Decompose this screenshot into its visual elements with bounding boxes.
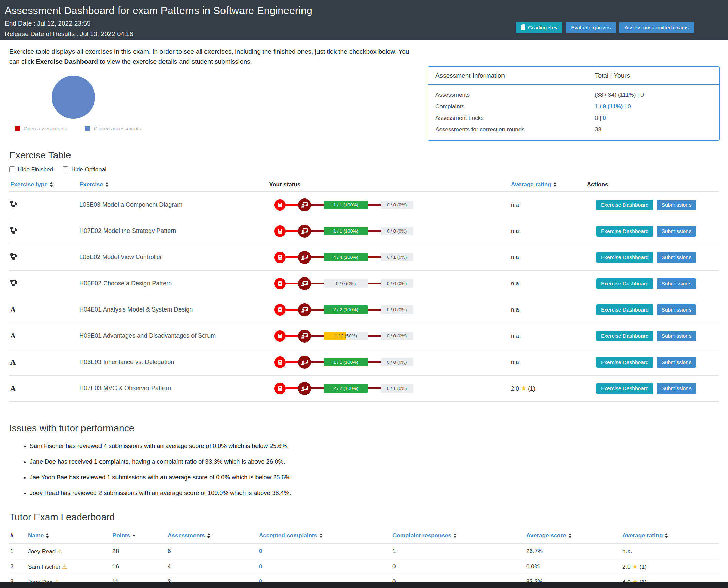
your-status-header: Your status [269,181,511,188]
book-icon [274,278,286,289]
chalkboard-user-icon [298,356,311,369]
status-connector [286,230,298,232]
book-icon [274,252,286,263]
grading-key-button[interactable]: Grading Key [516,22,562,33]
assess-unsubmitted-button[interactable]: Assess unsubmitted exams [619,22,694,33]
exercise-name: L05E02 Model View Controller [79,254,269,261]
complaint-progress-bar: 0 / 0 (0%) [381,332,413,340]
status-connector [286,361,298,363]
legend-closed-assessments[interactable]: Closed assessments [85,126,141,131]
assessment-progress-bar: 1 / 1 (100%) [324,227,368,235]
submissions-button[interactable]: Submissions [657,304,696,315]
table-row: A H04E01 Analysis Model & System Design … [9,297,719,323]
status-connector [311,309,324,311]
accepted-complaints-link[interactable]: 0 [259,563,262,570]
average-rating-value: 2.0 ★ (1) [622,562,719,570]
sort-points[interactable]: Points [112,532,168,539]
assessment-progress-bar: 0 / 0 (0%) [324,279,368,288]
assessment-progress-bar: 1 / 1 (100%) [324,201,368,209]
exercise-dashboard-button[interactable]: Exercise Dashboard [596,357,653,368]
sort-average-rating[interactable]: Average rating [622,532,719,539]
submissions-button[interactable]: Submissions [657,252,696,263]
average-rating-value: n.a. ★ [622,548,719,555]
sort-average-rating[interactable]: Average rating [511,181,587,188]
average-rating-value: n.a. ★ [511,359,587,366]
sort-assessments[interactable]: Assessments [168,532,259,539]
complaint-progress-bar: 0 / 0 (0%) [381,305,413,314]
chalkboard-user-icon [298,277,311,290]
exercise-dashboard-button[interactable]: Exercise Dashboard [596,304,653,315]
issue-item: Sam Fischer has reviewed 4 submissions w… [30,443,719,450]
submissions-button[interactable]: Submissions [657,200,696,210]
sort-accepted-complaints[interactable]: Accepted complaints [259,532,392,539]
assessment-info-columns: Total | Yours [595,72,712,79]
info-row-correction-rounds: Assessments for correction rounds 38 [435,124,712,136]
locks-yours-link[interactable]: 0 [603,115,606,121]
row-actions: Exercise Dashboard Submissions [587,226,719,237]
rank-header: # [9,532,28,539]
complaints-link[interactable]: 1 / 9 (11%) [595,103,623,110]
status-connector [311,204,324,206]
exercise-name: H07E02 Model the Strategy Pattern [79,227,269,235]
exercise-dashboard-button[interactable]: Exercise Dashboard [596,226,653,237]
info-row-assessments: Assessments (38 / 34) (111%) | 0 [435,89,712,101]
sort-exercise[interactable]: Exercise [79,181,269,188]
exercise-name: H04E01 Analysis Model & System Design [79,306,269,313]
sort-name[interactable]: Name [28,532,112,539]
exercise-status: 2 / 2 (100%) 0 / 1 (0%) [269,382,511,395]
book-icon [274,383,286,394]
accepted-complaints-link[interactable]: 0 [259,548,262,554]
clipboard-icon [521,25,525,30]
row-actions: Exercise Dashboard Submissions [587,200,719,210]
sort-icon [319,533,323,538]
open-assessments-swatch [15,126,20,131]
submissions-button[interactable]: Submissions [657,226,696,237]
exercise-dashboard-button[interactable]: Exercise Dashboard [596,383,653,394]
book-icon [274,304,286,316]
hide-optional-input[interactable] [63,166,68,172]
complaint-progress-bar: 0 / 0 (0%) [381,358,413,366]
rank: 1 [9,548,28,555]
exercise-type-icon: A [10,305,16,314]
hide-finished-checkbox[interactable]: Hide Finished [9,166,53,173]
leaderboard-header: # Name Points Assessments Accepted compl… [9,532,719,544]
chalkboard-user-icon [298,251,311,264]
sort-exercise-type[interactable]: Exercise type [9,181,79,188]
hide-optional-checkbox[interactable]: Hide Optional [63,166,106,173]
status-connector [368,361,381,363]
leaderboard-row: 2 Sam Fischer⚠ 16 4 0 0 0.0% 2.0 ★ (1) [9,559,719,574]
legend-open-assessments[interactable]: Open assessments [15,126,67,131]
sort-complaint-responses[interactable]: Complaint responses [392,532,526,539]
status-connector [311,361,324,363]
submissions-button[interactable]: Submissions [657,383,696,394]
chalkboard-user-icon [298,382,311,395]
submissions-button[interactable]: Submissions [657,331,696,341]
chalkboard-user-icon [298,303,311,316]
exercise-dashboard-button[interactable]: Exercise Dashboard [596,200,653,210]
exercise-dashboard-button[interactable]: Exercise Dashboard [596,278,653,289]
table-row: A H06E02 Choose a Design Pattern 0 / 0 (… [9,271,719,297]
evaluate-quizzes-button[interactable]: Evaluate quizzes [566,22,616,33]
tutor-name: Sam Fischer⚠ [28,563,112,570]
sort-average-score[interactable]: Average score [526,532,622,539]
sort-desc-icon [132,535,136,537]
exercise-dashboard-button[interactable]: Exercise Dashboard [596,252,653,263]
exercise-name: H06E02 Choose a Design Pattern [79,280,269,287]
hide-finished-input[interactable] [9,166,15,172]
exercise-dashboard-button[interactable]: Exercise Dashboard [596,331,653,341]
status-connector [286,283,298,284]
sort-icon [46,533,49,538]
average-rating-value: n.a. ★ [511,202,587,208]
closed-assessments-swatch [85,126,90,131]
exercise-status: 1 / 2 (50%) 0 / 0 (0%) [269,330,511,343]
submissions-button[interactable]: Submissions [657,357,696,368]
row-actions: Exercise Dashboard Submissions [587,383,719,394]
row-actions: Exercise Dashboard Submissions [587,304,719,315]
assessment-progress-bar: 2 / 2 (100%) [324,305,368,314]
issue-item: Jae Yoon Bae has reviewed 1 submissions … [30,474,719,481]
average-rating-value: n.a. ★ [511,254,587,261]
issues-heading: Issues with tutor performance [9,423,719,434]
page-header: Assessment Dashboard for exam Patterns i… [0,0,728,40]
exercise-type-icon: A [10,280,17,287]
submissions-button[interactable]: Submissions [657,278,696,289]
